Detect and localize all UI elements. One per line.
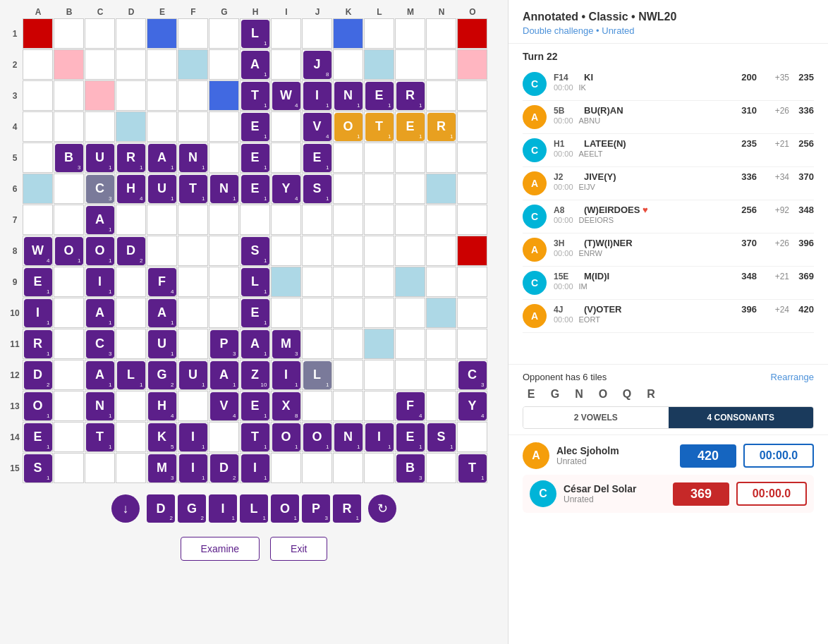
cell-15-C[interactable]	[85, 453, 115, 483]
cell-8-J[interactable]	[302, 236, 332, 266]
cell-4-A[interactable]	[23, 111, 53, 142]
cell-11-L[interactable]	[364, 329, 394, 359]
cell-6-N[interactable]	[426, 174, 456, 204]
move-item-4[interactable]: C A8 (W)EIRDOES ♥ 256 +92 348 00:00 DEEI…	[523, 200, 814, 233]
cell-12-E[interactable]: G2	[147, 360, 177, 390]
cell-3-I[interactable]: W4	[271, 80, 301, 111]
cell-3-G[interactable]	[209, 80, 239, 111]
cell-8-H[interactable]: S1	[240, 236, 270, 266]
cell-14-M[interactable]: E1	[395, 422, 425, 452]
cell-8-I[interactable]	[271, 236, 301, 266]
cell-10-N[interactable]	[426, 298, 456, 328]
move-item-7[interactable]: A 4J (V)OTER 396 +24 420 00:00 EORT	[523, 300, 814, 333]
exit-button[interactable]: Exit	[270, 537, 327, 561]
cell-7-J[interactable]	[302, 205, 332, 235]
cell-10-A[interactable]: I1	[23, 298, 53, 328]
cell-11-J[interactable]	[302, 329, 332, 359]
cell-8-D[interactable]: D2	[116, 236, 146, 266]
cell-15-I[interactable]	[271, 453, 301, 483]
rack-tile-L[interactable]: L1	[240, 494, 268, 523]
cell-13-C[interactable]: N1	[85, 391, 115, 421]
cell-12-N[interactable]	[426, 360, 456, 390]
cell-10-C[interactable]: A1	[85, 298, 115, 328]
cell-10-I[interactable]	[271, 298, 301, 328]
cell-9-O[interactable]	[457, 267, 487, 297]
cell-15-D[interactable]	[116, 453, 146, 483]
move-item-6[interactable]: C 15E M(ID)I 348 +21 369 00:00 IM	[523, 267, 814, 300]
cell-9-J[interactable]	[302, 267, 332, 297]
cell-10-H[interactable]: E1	[240, 298, 270, 328]
cell-11-H[interactable]: A1	[240, 329, 270, 359]
cell-8-E[interactable]	[147, 236, 177, 266]
cell-2-C[interactable]	[85, 49, 115, 80]
cell-15-O[interactable]: T1	[457, 453, 487, 483]
cell-5-K[interactable]	[333, 142, 363, 173]
cell-4-C[interactable]	[85, 111, 115, 142]
cell-1-H[interactable]: L1	[240, 18, 270, 49]
cell-1-M[interactable]	[395, 18, 425, 49]
cell-12-I[interactable]: I1	[271, 360, 301, 390]
cell-13-D[interactable]	[116, 391, 146, 421]
cell-1-C[interactable]	[85, 18, 115, 49]
cell-5-G[interactable]	[209, 142, 239, 173]
cell-5-E[interactable]: A1	[147, 142, 177, 173]
cell-8-A[interactable]: W4	[23, 236, 53, 266]
cell-5-I[interactable]	[271, 142, 301, 173]
cell-2-D[interactable]	[116, 49, 146, 80]
cell-5-H[interactable]: E1	[240, 142, 270, 173]
cell-6-G[interactable]: N1	[209, 174, 239, 204]
cell-2-F[interactable]	[178, 49, 208, 80]
cell-14-D[interactable]	[116, 422, 146, 452]
cell-3-D[interactable]	[116, 80, 146, 111]
cell-13-O[interactable]: Y4	[457, 391, 487, 421]
cell-9-M[interactable]	[395, 267, 425, 297]
cell-10-G[interactable]	[209, 298, 239, 328]
cell-5-C[interactable]: U1	[85, 142, 115, 173]
cell-4-I[interactable]	[271, 111, 301, 142]
cell-10-J[interactable]	[302, 298, 332, 328]
cell-8-N[interactable]	[426, 236, 456, 266]
cell-7-A[interactable]	[23, 205, 53, 235]
cell-3-N[interactable]	[426, 80, 456, 111]
cell-7-D[interactable]	[116, 205, 146, 235]
cell-4-D[interactable]	[116, 111, 146, 142]
cell-4-B[interactable]	[54, 111, 84, 142]
cell-7-N[interactable]	[426, 205, 456, 235]
cell-2-J[interactable]: J8	[302, 49, 332, 80]
cell-2-M[interactable]	[395, 49, 425, 80]
cell-1-A[interactable]	[23, 18, 53, 49]
cell-14-H[interactable]: T1	[240, 422, 270, 452]
rack-tile-G[interactable]: G2	[178, 494, 206, 523]
cell-3-C[interactable]	[85, 80, 115, 111]
cell-11-B[interactable]	[54, 329, 84, 359]
cell-2-K[interactable]	[333, 49, 363, 80]
cell-13-A[interactable]: O1	[23, 391, 53, 421]
cell-8-G[interactable]	[209, 236, 239, 266]
cell-12-L[interactable]	[364, 360, 394, 390]
cell-10-B[interactable]	[54, 298, 84, 328]
cell-5-F[interactable]: N1	[178, 142, 208, 173]
cell-8-B[interactable]: O1	[54, 236, 84, 266]
cell-9-E[interactable]: F4	[147, 267, 177, 297]
cell-9-C[interactable]: I1	[85, 267, 115, 297]
cell-9-G[interactable]	[209, 267, 239, 297]
cell-5-B[interactable]: B3	[54, 142, 84, 173]
cell-5-N[interactable]	[426, 142, 456, 173]
cell-4-E[interactable]	[147, 111, 177, 142]
cell-15-G[interactable]: D2	[209, 453, 239, 483]
cell-1-B[interactable]	[54, 18, 84, 49]
move-item-0[interactable]: C F14 KI 200 +35 235 00:00 IK	[523, 68, 814, 101]
rack-shuffle-button[interactable]: ↻	[368, 494, 396, 523]
cell-1-N[interactable]	[426, 18, 456, 49]
cell-11-F[interactable]	[178, 329, 208, 359]
cell-11-E[interactable]: U1	[147, 329, 177, 359]
cell-12-O[interactable]: C3	[457, 360, 487, 390]
cell-10-O[interactable]	[457, 298, 487, 328]
move-item-5[interactable]: A 3H (T)W(I)NER 370 +26 396 00:00 ENRW	[523, 233, 814, 267]
cell-9-L[interactable]	[364, 267, 394, 297]
cell-9-N[interactable]	[426, 267, 456, 297]
cell-10-E[interactable]: A1	[147, 298, 177, 328]
cell-6-K[interactable]	[333, 174, 363, 204]
cell-14-A[interactable]: E1	[23, 422, 53, 452]
cell-8-K[interactable]	[333, 236, 363, 266]
